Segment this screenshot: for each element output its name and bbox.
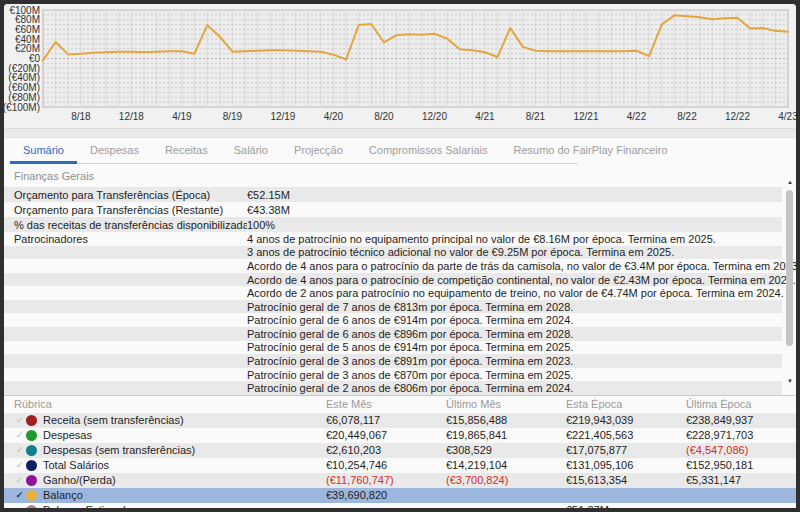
sponsor-row[interactable]: Patrocínio geral de 7 anos de €813m por …: [4, 300, 782, 314]
check-icon[interactable]: ✓: [13, 505, 26, 508]
scroll-up-icon[interactable]: ▲: [785, 178, 795, 187]
sponsor-row[interactable]: Patrocínio geral de 6 anos de €896m por …: [4, 327, 782, 341]
row-value: 4 anos de patrocínio no equipamento prin…: [247, 233, 716, 245]
svg-text:8/22: 8/22: [677, 111, 697, 122]
scroll-down-icon[interactable]: ▼: [785, 377, 795, 386]
finance-table: Rúbrica Este Mês Último Mês Esta Época Ú…: [4, 395, 796, 508]
svg-text:4/22: 4/22: [627, 111, 647, 122]
sponsor-row[interactable]: Patrocínio geral de 3 anos de €891m por …: [4, 354, 782, 368]
cell-value: €2,610,203: [326, 444, 446, 456]
svg-text:8/18: 8/18: [71, 111, 91, 122]
svg-text:12/19: 12/19: [270, 111, 295, 122]
series-color-dot: [26, 430, 37, 441]
finance-row-orcamento-para-transferencias-epoca[interactable]: Orçamento para Transferências (Época)€52…: [4, 187, 782, 202]
column-header-ultima-epoca[interactable]: Última Época: [686, 398, 796, 410]
column-header-rubrica[interactable]: Rúbrica: [4, 398, 326, 410]
row-value: Patrocínio geral de 2 anos de €806m por …: [247, 382, 573, 394]
row-head: ✓Despesas: [4, 429, 326, 441]
row-label: Despesas (sem transferências): [43, 444, 195, 456]
row-label: Orçamento para Transferências (Época): [4, 189, 247, 201]
row-value: Patrocínio geral de 6 anos de €896m por …: [247, 328, 573, 340]
row-label: % das receitas de transferências disponi…: [4, 219, 247, 231]
cell-value: €6,078,117: [326, 414, 446, 426]
series-color-dot: [26, 505, 37, 508]
sponsor-rows: Patrocinadores4 anos de patrocínio no eq…: [4, 232, 796, 395]
table-row-receita-sem-transferencias[interactable]: ✓Receita (sem transferências)€6,078,117€…: [4, 413, 796, 428]
sponsor-scrollbar[interactable]: ▲ ▼: [785, 178, 795, 386]
table-row-despesas-sem-transferencias[interactable]: ✓Despesas (sem transferências)€2,610,203…: [4, 443, 796, 458]
table-row-ganho-perda[interactable]: ✓Ganho/(Perda)(€11,760,747)(€3,700,824)€…: [4, 473, 796, 488]
row-label: Receita (sem transferências): [43, 414, 184, 426]
row-value: 3 anos de patrocínio técnico adicional n…: [247, 246, 674, 258]
section-title-financas-gerais: Finanças Gerais: [4, 164, 796, 187]
svg-text:8/21: 8/21: [526, 111, 546, 122]
table-row-balanco-estimado[interactable]: ✓Balanço Estimado€51.37M: [4, 503, 796, 508]
sponsor-row[interactable]: Patrocínio geral de 5 anos de €914m por …: [4, 341, 782, 355]
summary-content: Finanças Gerais Orçamento para Transferê…: [4, 164, 796, 508]
sponsor-row[interactable]: Patrocínio geral de 3 anos de €870m por …: [4, 368, 782, 382]
cell-value: €17,075,877: [566, 444, 686, 456]
column-header-esta-epoca[interactable]: Esta Época: [566, 398, 686, 410]
tab-sumario[interactable]: Sumário: [10, 138, 77, 164]
table-row-balanco[interactable]: ✓Balanço€39,690,820: [4, 488, 796, 503]
row-label: Total Salários: [43, 459, 109, 471]
row-value: Patrocínio geral de 3 anos de €870m por …: [247, 369, 573, 381]
row-head: ✓Balanço: [4, 489, 326, 501]
svg-text:8/20: 8/20: [374, 111, 394, 122]
svg-text:12/20: 12/20: [422, 111, 447, 122]
row-value: Patrocínio geral de 5 anos de €914m por …: [247, 341, 573, 353]
svg-text:(€100M): (€100M): [4, 102, 40, 113]
scrollbar-thumb[interactable]: [786, 190, 793, 346]
column-header-ultimo-mes[interactable]: Último Mês: [446, 398, 566, 410]
check-icon[interactable]: ✓: [13, 415, 26, 425]
row-head: ✓Balanço Estimado: [4, 504, 326, 508]
row-value: Acordo de 4 anos para o patrocínio de co…: [247, 274, 796, 286]
general-finance-rows: Orçamento para Transferências (Época)€52…: [4, 187, 796, 232]
finance-table-header: Rúbrica Este Mês Último Mês Esta Época Ú…: [4, 396, 796, 413]
cell-value: (€11,760,747): [326, 474, 446, 486]
sponsor-row[interactable]: Patrocínio geral de 2 anos de €806m por …: [4, 381, 782, 395]
cell-value: (€4,547,086): [686, 444, 796, 456]
check-icon[interactable]: ✓: [13, 460, 26, 470]
row-label: Orçamento para Transferências (Restante): [4, 204, 247, 216]
table-row-despesas[interactable]: ✓Despesas€20,449,067€19,865,841€221,405,…: [4, 428, 796, 443]
cell-value: €152,950,181: [686, 459, 796, 471]
svg-text:4/23: 4/23: [778, 111, 796, 122]
finance-row-orcamento-para-transferencias-restante[interactable]: Orçamento para Transferências (Restante)…: [4, 202, 782, 217]
check-icon[interactable]: ✓: [13, 430, 26, 440]
tab-despesas[interactable]: Despesas: [77, 138, 152, 164]
svg-text:4/20: 4/20: [324, 111, 344, 122]
series-color-dot: [26, 445, 37, 456]
finance-row-das-receitas-de-transferencias-disponibilizada[interactable]: % das receitas de transferências disponi…: [4, 217, 782, 232]
sponsor-row[interactable]: Acordo de 4 anos para o patrocínio de co…: [4, 273, 782, 287]
tab-receitas[interactable]: Receitas: [152, 138, 221, 164]
table-row-total-salarios[interactable]: ✓Total Salários€10,254,746€14,219,104€13…: [4, 458, 796, 473]
sponsor-row[interactable]: Acordo de 2 anos para patrocínio no equi…: [4, 286, 782, 300]
sponsor-row[interactable]: 3 anos de patrocínio técnico adicional n…: [4, 246, 782, 260]
check-icon[interactable]: ✓: [13, 445, 26, 455]
row-label: Balanço: [43, 489, 83, 501]
sponsor-row[interactable]: Acordo de 4 anos para o patrocínio da pa…: [4, 259, 782, 273]
column-header-este-mes[interactable]: Este Mês: [326, 398, 446, 410]
sponsor-row[interactable]: Patrocinadores4 anos de patrocínio no eq…: [4, 232, 782, 246]
tab-projeccao[interactable]: Projecção: [281, 138, 356, 164]
cell-value: €228,971,703: [686, 429, 796, 441]
tab-compromissos-salariais[interactable]: Compromissos Salariais: [356, 138, 501, 164]
sponsor-row[interactable]: Patrocínio geral de 6 anos de €914m por …: [4, 313, 782, 327]
row-value: Acordo de 2 anos para patrocínio no equi…: [247, 287, 784, 299]
row-head: ✓Ganho/(Perda): [4, 474, 326, 486]
tab-bar: SumárioDespesasReceitasSalárioProjecçãoC…: [4, 138, 796, 164]
cell-value: €5,331,147: [686, 474, 796, 486]
cell-value: €20,449,067: [326, 429, 446, 441]
tab-salario[interactable]: Salário: [221, 138, 281, 164]
row-label: Patrocinadores: [4, 233, 247, 245]
cell-value: €15,613,354: [566, 474, 686, 486]
cell-value: €15,856,488: [446, 414, 566, 426]
check-icon[interactable]: ✓: [13, 490, 26, 500]
tab-resumo-do-fairplay-financeiro[interactable]: Resumo do FairPlay Financeiro: [500, 138, 680, 164]
series-color-dot: [26, 415, 37, 426]
cell-value: €51.37M: [566, 504, 686, 508]
check-icon[interactable]: ✓: [13, 475, 26, 485]
row-label: Balanço Estimado: [43, 504, 132, 508]
row-label: Ganho/(Perda): [43, 474, 116, 486]
